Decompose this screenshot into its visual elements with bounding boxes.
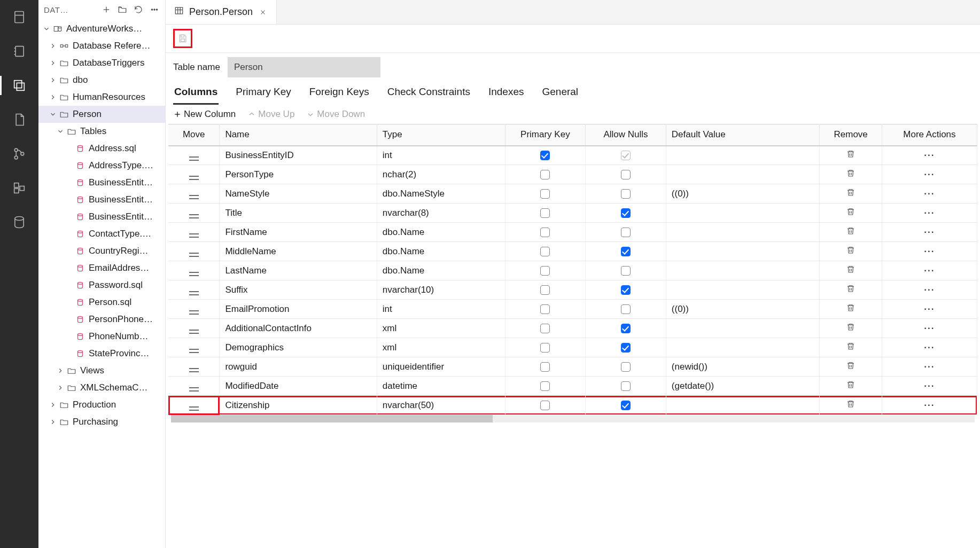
pk-checkbox[interactable] <box>540 285 550 295</box>
column-name[interactable]: NameStyle <box>220 184 377 203</box>
table-name-input[interactable] <box>228 57 380 77</box>
files-icon[interactable] <box>10 76 29 95</box>
more-actions-icon[interactable]: ··· <box>924 169 935 179</box>
nulls-checkbox[interactable] <box>621 247 631 256</box>
twisty-icon[interactable] <box>48 75 58 85</box>
nulls-checkbox[interactable] <box>621 151 631 160</box>
default-value[interactable] <box>666 319 820 338</box>
pk-checkbox[interactable] <box>540 228 550 237</box>
twisty-icon[interactable] <box>56 366 65 375</box>
column-row[interactable]: Suffixnvarchar(10)··· <box>168 280 977 300</box>
default-value[interactable] <box>666 242 820 261</box>
drag-handle-icon[interactable] <box>189 214 199 218</box>
more-actions-icon[interactable]: ··· <box>924 381 935 391</box>
delete-icon[interactable] <box>846 401 855 411</box>
more-actions-icon[interactable]: ··· <box>924 362 935 372</box>
servers-icon[interactable] <box>10 7 29 27</box>
column-name[interactable]: FirstName <box>220 223 377 242</box>
column-name[interactable]: LastName <box>220 261 377 280</box>
column-type[interactable]: nvarchar(8) <box>377 203 505 223</box>
notebook-icon[interactable] <box>10 42 29 61</box>
drag-handle-icon[interactable] <box>189 330 199 334</box>
column-type[interactable]: dbo.Name <box>377 261 505 280</box>
nulls-checkbox[interactable] <box>621 170 631 179</box>
horizontal-scrollbar[interactable] <box>171 415 975 422</box>
tree-node[interactable]: XMLSchemaC… <box>38 379 165 396</box>
more-actions-icon[interactable]: ··· <box>924 150 935 160</box>
column-name[interactable]: Citizenship <box>220 396 377 415</box>
save-button[interactable] <box>173 29 192 48</box>
new-icon[interactable] <box>101 4 112 15</box>
column-type[interactable]: dbo.NameStyle <box>377 184 505 203</box>
drag-handle-icon[interactable] <box>189 368 199 372</box>
twisty-icon[interactable] <box>64 195 74 205</box>
column-type[interactable]: nchar(2) <box>377 165 505 184</box>
twisty-icon[interactable] <box>48 41 58 51</box>
twisty-icon[interactable] <box>64 263 74 273</box>
nulls-checkbox[interactable] <box>621 343 631 353</box>
drag-handle-icon[interactable] <box>189 156 199 161</box>
column-type[interactable]: int <box>377 146 505 165</box>
column-type[interactable]: nvarchar(50) <box>377 396 505 415</box>
column-name[interactable]: AdditionalContactInfo <box>220 319 377 338</box>
column-row[interactable]: Citizenshipnvarchar(50)··· <box>168 396 977 415</box>
tab-primary-key[interactable]: Primary Key <box>235 86 292 105</box>
column-row[interactable]: NameStyledbo.NameStyle((0))··· <box>168 184 977 203</box>
tree-node[interactable]: BusinessEntit… <box>38 208 165 225</box>
column-row[interactable]: Titlenvarchar(8)··· <box>168 203 977 223</box>
tree-node[interactable]: CountryRegi… <box>38 242 165 260</box>
column-type[interactable]: nvarchar(10) <box>377 280 505 300</box>
more-actions-icon[interactable]: ··· <box>924 246 935 256</box>
drag-handle-icon[interactable] <box>189 387 199 392</box>
tab-columns[interactable]: Columns <box>173 86 219 105</box>
tree-node[interactable]: Purchasing <box>38 413 165 430</box>
extensions-icon[interactable] <box>10 178 29 198</box>
tree-node[interactable]: Database Refere… <box>38 37 165 54</box>
default-value[interactable]: (newid()) <box>666 357 820 377</box>
refresh-icon[interactable] <box>133 4 144 15</box>
more-icon[interactable] <box>149 4 160 15</box>
delete-icon[interactable] <box>846 189 855 199</box>
pk-checkbox[interactable] <box>540 151 550 160</box>
tree-node[interactable]: PersonPhone… <box>38 311 165 328</box>
tree-node[interactable]: BusinessEntit… <box>38 191 165 208</box>
delete-icon[interactable] <box>846 285 855 295</box>
column-row[interactable]: EmailPromotionint((0))··· <box>168 300 977 319</box>
more-actions-icon[interactable]: ··· <box>924 189 935 199</box>
tree-node[interactable]: DatabaseTriggers <box>38 54 165 72</box>
column-type[interactable]: dbo.Name <box>377 242 505 261</box>
pk-checkbox[interactable] <box>540 189 550 199</box>
twisty-icon[interactable] <box>64 229 74 239</box>
default-value[interactable] <box>666 223 820 242</box>
drag-handle-icon[interactable] <box>189 310 199 315</box>
close-icon[interactable] <box>258 7 268 17</box>
default-value[interactable] <box>666 203 820 223</box>
delete-icon[interactable] <box>846 170 855 180</box>
explorer-tree[interactable]: AdventureWorks…Database Refere…DatabaseT… <box>38 19 165 548</box>
column-name[interactable]: BusinessEntityID <box>220 146 377 165</box>
nulls-checkbox[interactable] <box>621 324 631 333</box>
tree-node[interactable]: AddressType.… <box>38 157 165 174</box>
nulls-checkbox[interactable] <box>621 189 631 199</box>
pk-checkbox[interactable] <box>540 324 550 333</box>
nulls-checkbox[interactable] <box>621 381 631 391</box>
nulls-checkbox[interactable] <box>621 266 631 276</box>
column-type[interactable]: xml <box>377 319 505 338</box>
default-value[interactable] <box>666 280 820 300</box>
tree-node[interactable]: BusinessEntit… <box>38 174 165 191</box>
new-column-button[interactable]: New Column <box>173 109 236 120</box>
tree-node[interactable]: Tables <box>38 123 165 140</box>
tab-foreign-keys[interactable]: Foreign Keys <box>308 86 370 105</box>
pk-checkbox[interactable] <box>540 266 550 276</box>
tree-node[interactable]: Address.sql <box>38 140 165 157</box>
tree-node[interactable]: HumanResources <box>38 89 165 106</box>
delete-icon[interactable] <box>846 228 855 238</box>
twisty-icon[interactable] <box>64 246 74 256</box>
delete-icon[interactable] <box>846 381 855 392</box>
tab-person-person[interactable]: Person.Person <box>166 0 277 24</box>
twisty-icon[interactable] <box>56 127 65 136</box>
column-row[interactable]: BusinessEntityIDint··· <box>168 146 977 165</box>
nulls-checkbox[interactable] <box>621 285 631 295</box>
column-row[interactable]: PersonTypenchar(2)··· <box>168 165 977 184</box>
tab-check-constraints[interactable]: Check Constraints <box>386 86 471 105</box>
